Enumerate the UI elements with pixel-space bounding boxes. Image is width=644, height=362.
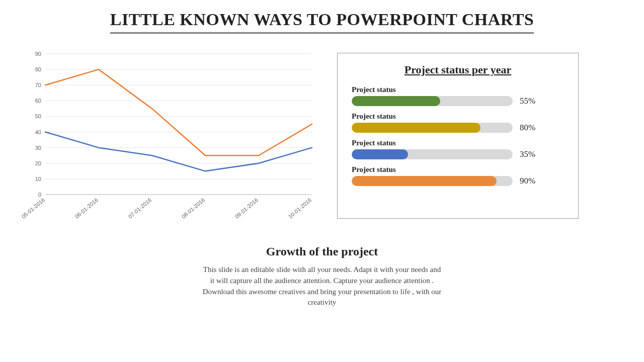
bar-row: 80% bbox=[352, 123, 564, 133]
svg-text:10: 10 bbox=[35, 176, 41, 182]
bar-fill bbox=[352, 176, 497, 186]
footer-text: This slide is an editable slide with all… bbox=[151, 264, 493, 308]
progress-bar-1: Project status80% bbox=[352, 112, 564, 133]
bar-label: Project status bbox=[352, 165, 564, 174]
bar-row: 55% bbox=[352, 96, 564, 106]
bar-fill bbox=[352, 149, 408, 159]
bar-track bbox=[352, 176, 513, 186]
bar-label: Project status bbox=[352, 85, 564, 94]
svg-text:10-01-2016: 10-01-2016 bbox=[287, 197, 312, 219]
bar-fill bbox=[352, 123, 480, 133]
svg-text:07-01-2016: 07-01-2016 bbox=[127, 197, 152, 219]
bar-fill bbox=[352, 96, 440, 106]
svg-text:06-01-2016: 06-01-2016 bbox=[73, 197, 99, 219]
line-chart-svg: 010203040506070809005-01-201606-01-20160… bbox=[20, 49, 322, 230]
bar-percent: 80% bbox=[520, 123, 535, 133]
svg-text:20: 20 bbox=[35, 160, 41, 166]
bar-label: Project status bbox=[352, 112, 564, 121]
bar-row: 35% bbox=[352, 149, 564, 159]
status-panel: Project status per year Project status55… bbox=[337, 53, 579, 219]
footer-title: Growth of the project bbox=[151, 245, 493, 258]
bars-container: Project status55%Project status80%Projec… bbox=[352, 85, 564, 186]
page-title: LITTLE KNOWN WAYS TO POWERPOINT CHARTS bbox=[110, 10, 534, 34]
svg-text:80: 80 bbox=[35, 66, 41, 72]
svg-text:40: 40 bbox=[35, 129, 41, 135]
bar-track bbox=[352, 123, 513, 133]
svg-text:09-01-2016: 09-01-2016 bbox=[233, 197, 259, 219]
bar-row: 90% bbox=[352, 176, 564, 186]
svg-text:05-01-2016: 05-01-2016 bbox=[20, 197, 46, 219]
svg-text:08-01-2016: 08-01-2016 bbox=[180, 197, 206, 219]
bar-percent: 90% bbox=[520, 176, 535, 186]
slide: LITTLE KNOWN WAYS TO POWERPOINT CHARTS 0… bbox=[0, 0, 644, 362]
svg-text:30: 30 bbox=[35, 145, 41, 151]
svg-text:70: 70 bbox=[35, 82, 41, 88]
panel-title: Project status per year bbox=[352, 63, 564, 76]
bar-percent: 55% bbox=[520, 96, 535, 106]
svg-text:0: 0 bbox=[38, 192, 41, 198]
content-row: 010203040506070809005-01-201606-01-20160… bbox=[20, 49, 624, 230]
svg-text:90: 90 bbox=[35, 51, 41, 57]
footer-block: Growth of the project This slide is an e… bbox=[151, 245, 493, 308]
bar-label: Project status bbox=[352, 139, 564, 147]
progress-bar-0: Project status55% bbox=[352, 85, 564, 106]
bar-percent: 35% bbox=[520, 149, 535, 159]
bar-track bbox=[352, 149, 513, 159]
progress-bar-3: Project status90% bbox=[352, 165, 564, 186]
progress-bar-2: Project status35% bbox=[352, 139, 564, 159]
svg-text:60: 60 bbox=[35, 98, 41, 104]
svg-text:50: 50 bbox=[35, 113, 41, 119]
line-chart: 010203040506070809005-01-201606-01-20160… bbox=[20, 49, 322, 230]
bar-track bbox=[352, 96, 513, 106]
